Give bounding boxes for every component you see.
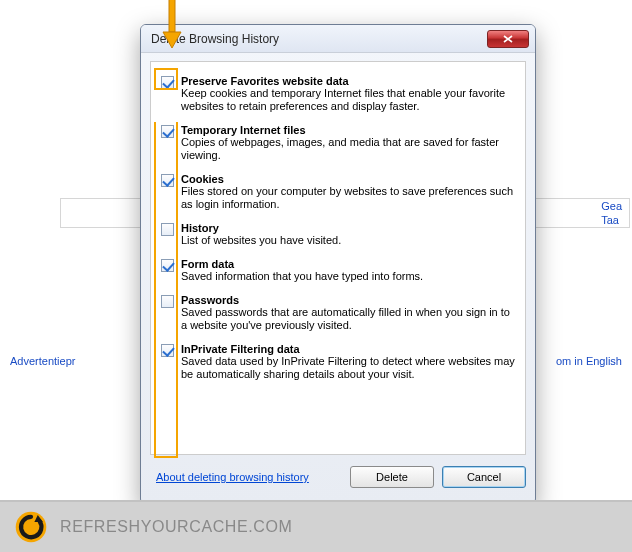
titlebar: Delete Browsing History xyxy=(141,25,535,53)
checkbox-form-data[interactable] xyxy=(161,259,174,272)
option-title: Preserve Favorites website data xyxy=(181,75,515,87)
option-description: Saved data used by InPrivate Filtering t… xyxy=(181,355,515,381)
page-footer: REFRESHYOURCACHE.COM xyxy=(0,500,632,552)
option-title: History xyxy=(181,222,515,234)
cancel-button[interactable]: Cancel xyxy=(442,466,526,488)
background-link-right: om in English xyxy=(556,355,622,367)
checkbox-cookies[interactable] xyxy=(161,174,174,187)
option-form-data: Form dataSaved information that you have… xyxy=(161,255,515,291)
option-text: Preserve Favorites website dataKeep cook… xyxy=(181,75,515,113)
close-icon xyxy=(503,35,513,43)
option-title: InPrivate Filtering data xyxy=(181,343,515,355)
option-text: HistoryList of websites you have visited… xyxy=(181,222,515,247)
checkbox-history[interactable] xyxy=(161,223,174,236)
option-text: CookiesFiles stored on your computer by … xyxy=(181,173,515,211)
dialog-body: Preserve Favorites website dataKeep cook… xyxy=(150,61,526,455)
dialog-footer: About deleting browsing history Delete C… xyxy=(150,461,526,493)
option-description: Keep cookies and temporary Internet file… xyxy=(181,87,515,113)
option-text: Form dataSaved information that you have… xyxy=(181,258,515,283)
option-title: Cookies xyxy=(181,173,515,185)
option-inprivate-filtering: InPrivate Filtering dataSaved data used … xyxy=(161,340,515,389)
checkbox-inprivate-filtering[interactable] xyxy=(161,344,174,357)
option-text: PasswordsSaved passwords that are automa… xyxy=(181,294,515,332)
option-cookies: CookiesFiles stored on your computer by … xyxy=(161,170,515,219)
option-description: Copies of webpages, images, and media th… xyxy=(181,136,515,162)
option-title: Form data xyxy=(181,258,515,270)
option-history: HistoryList of websites you have visited… xyxy=(161,219,515,255)
option-preserve-favorites: Preserve Favorites website dataKeep cook… xyxy=(161,72,515,121)
option-title: Temporary Internet files xyxy=(181,124,515,136)
dialog-title: Delete Browsing History xyxy=(151,32,487,46)
background-link-left: Advertentiepr xyxy=(10,355,75,367)
option-text: Temporary Internet filesCopies of webpag… xyxy=(181,124,515,162)
background-right-links: Gea Taa xyxy=(591,195,632,231)
option-description: Saved information that you have typed in… xyxy=(181,270,515,283)
option-passwords: PasswordsSaved passwords that are automa… xyxy=(161,291,515,340)
checkbox-passwords[interactable] xyxy=(161,295,174,308)
option-description: List of websites you have visited. xyxy=(181,234,515,247)
delete-browsing-history-dialog: Delete Browsing History Preserve Favorit… xyxy=(140,24,536,505)
option-title: Passwords xyxy=(181,294,515,306)
checkbox-preserve-favorites[interactable] xyxy=(161,76,174,89)
option-temp-internet-files: Temporary Internet filesCopies of webpag… xyxy=(161,121,515,170)
close-button[interactable] xyxy=(487,30,529,48)
help-link[interactable]: About deleting browsing history xyxy=(156,471,309,483)
checkbox-temp-internet-files[interactable] xyxy=(161,125,174,138)
footer-text: REFRESHYOURCACHE.COM xyxy=(60,518,292,536)
delete-button[interactable]: Delete xyxy=(350,466,434,488)
option-text: InPrivate Filtering dataSaved data used … xyxy=(181,343,515,381)
option-description: Files stored on your computer by website… xyxy=(181,185,515,211)
option-description: Saved passwords that are automatically f… xyxy=(181,306,515,332)
refresh-logo-icon xyxy=(14,510,48,544)
